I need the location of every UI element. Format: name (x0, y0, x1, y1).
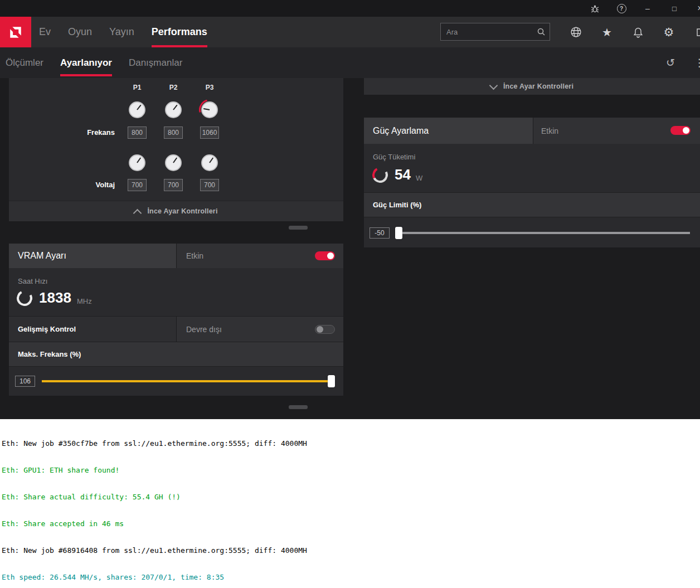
search-icon[interactable] (533, 27, 550, 36)
pstate-label-p2: P2 (162, 84, 184, 91)
clock-speed-value: 1838 (39, 289, 71, 306)
vram-title-cell: VRAM Ayarı (9, 244, 177, 268)
voltage-knob-p1[interactable] (129, 154, 145, 171)
toggle-knob (683, 127, 689, 134)
close-button[interactable]: × (693, 0, 700, 17)
frequency-input-p1[interactable] (128, 127, 147, 139)
frequency-input-p3[interactable] (200, 127, 219, 139)
advanced-status-label: Devre dışı (186, 325, 222, 334)
miner-console: Eth: New job #350cf7be from ssl://eu1.et… (0, 419, 700, 588)
power-limit-label: Güç Limiti (%) (373, 201, 421, 209)
search-input[interactable] (441, 27, 533, 37)
kebab-menu-icon[interactable]: ⋮ (692, 47, 700, 78)
slider-handle[interactable] (395, 227, 402, 239)
subnav-tabs: Ölçümler Ayarlanıyor Danışmanlar (6, 47, 182, 78)
subnav-tab-metrics[interactable]: Ölçümler (6, 47, 43, 78)
subnav-tab-label: Ölçümler (6, 57, 43, 69)
nav-tab-home[interactable]: Ev (39, 17, 51, 47)
knob-needle (173, 105, 177, 110)
vram-status-cell: Etkin (177, 244, 343, 268)
power-consumption-value: 54 (395, 166, 411, 183)
console-line: Eth: New job #68916408 from ssl://eu1.et… (2, 546, 700, 555)
voltage-knob-p3[interactable] (201, 154, 218, 171)
help-button[interactable]: ? (614, 0, 629, 17)
voltage-input-p1[interactable] (128, 179, 147, 191)
subnav-tab-advisors[interactable]: Danışmanlar (129, 47, 182, 78)
nav-tab-streaming[interactable]: Yayın (109, 17, 134, 47)
reset-icon[interactable]: ↺ (663, 47, 678, 78)
console-line: Eth: Share actual difficulty: 55.4 GH (!… (2, 493, 700, 502)
power-status-cell: Etkin (533, 118, 700, 144)
power-panel-title: Güç Ayarlama (373, 126, 429, 136)
advanced-control-row: Gelişmiş Kontrol Devre dışı (9, 316, 343, 342)
subnav-tab-tuning[interactable]: Ayarlanıyor (60, 47, 112, 78)
power-tuning-panel: Güç Ayarlama Etkin Güç Tüketimi 54 W Güç… (364, 118, 700, 247)
nav-tab-label: Oyun (68, 26, 92, 38)
favorites-star-icon[interactable]: ★ (600, 17, 614, 47)
fine-tuning-collapse-bar[interactable]: İnce Ayar Kontrolleri (9, 201, 343, 221)
maximize-button[interactable]: □ (667, 0, 682, 17)
power-title-cell: Güç Ayarlama (364, 118, 533, 144)
bug-icon (590, 4, 600, 13)
frequency-knob-p2[interactable] (165, 101, 182, 118)
vram-panel-title: VRAM Ayarı (18, 251, 66, 261)
bug-report-button[interactable] (587, 0, 602, 17)
fine-tuning-expand-bar[interactable]: İnce Ayar Kontrolleri (364, 78, 700, 95)
frequency-knob-p1[interactable] (129, 101, 145, 118)
minimize-icon: – (645, 4, 650, 13)
notifications-bell-icon[interactable] (631, 17, 645, 47)
power-limit-row: Güç Limiti (%) (364, 192, 700, 217)
slider-track[interactable] (42, 380, 334, 382)
tuning-controls-panel: P1 P2 P3 Frekans (9, 78, 343, 221)
advanced-control-toggle[interactable] (315, 325, 335, 334)
clock-gauge-icon (14, 288, 34, 308)
browser-globe-icon[interactable] (568, 17, 583, 47)
knob-needle (137, 105, 141, 110)
vram-panel-header: VRAM Ayarı Etkin (9, 244, 343, 268)
power-limit-input[interactable] (370, 227, 390, 239)
max-frequency-slider (42, 375, 334, 387)
slider-handle[interactable] (328, 375, 335, 387)
nav-tab-label: Yayın (109, 26, 134, 38)
vram-status-label: Etkin (186, 251, 203, 260)
nav-tab-gaming[interactable]: Oyun (68, 17, 92, 47)
voltage-input-p2[interactable] (164, 179, 183, 191)
console-line: Eth speed: 26.544 MH/s, shares: 207/0/1,… (2, 573, 700, 582)
subnav-tab-label: Ayarlanıyor (60, 57, 112, 69)
content-area: P1 P2 P3 Frekans (0, 78, 700, 588)
power-panel-header: Güç Ayarlama Etkin (364, 118, 700, 144)
max-frequency-input[interactable] (15, 376, 35, 387)
search-box (440, 23, 550, 41)
clock-speed-label: Saat Hızı (18, 277, 47, 285)
scrollbar-thumb[interactable] (289, 226, 308, 230)
power-status-label: Etkin (541, 127, 558, 135)
power-consumption-unit: W (416, 174, 422, 182)
scrollbar-thumb[interactable] (289, 405, 308, 409)
help-icon: ? (617, 4, 626, 13)
amd-logo[interactable] (0, 17, 31, 47)
slider-track[interactable] (396, 232, 690, 234)
toggle-knob (317, 326, 323, 333)
chevron-up-icon (133, 208, 142, 217)
clock-speed-unit: MHz (77, 297, 92, 305)
frequency-input-p2[interactable] (164, 127, 183, 139)
voltage-knob-p2[interactable] (165, 154, 182, 171)
voltage-input-p3[interactable] (200, 179, 219, 191)
max-frequency-row: Maks. Frekans (%) (9, 342, 343, 366)
overlay-panel-icon[interactable] (694, 17, 700, 47)
frequency-knob-p3[interactable] (201, 101, 218, 118)
frequency-label: Frekans (42, 127, 115, 139)
minimize-button[interactable]: – (640, 0, 655, 17)
nav-tab-label: Ev (39, 26, 51, 38)
voltage-label: Voltaj (42, 179, 115, 191)
power-limit-slider (396, 227, 690, 239)
console-line: Eth: New job #350cf7be from ssl://eu1.et… (2, 439, 700, 448)
console-line: Eth: GPU1: ETH share found! (2, 466, 700, 475)
toggle-knob (327, 252, 334, 259)
nav-tab-performance[interactable]: Performans (152, 17, 207, 47)
subnav-tab-label: Danışmanlar (129, 57, 182, 69)
settings-gear-icon[interactable]: ⚙ (662, 17, 676, 47)
collapse-bar-label: İnce Ayar Kontrolleri (147, 207, 217, 215)
vram-toggle[interactable] (315, 251, 335, 260)
power-toggle[interactable] (670, 126, 691, 135)
